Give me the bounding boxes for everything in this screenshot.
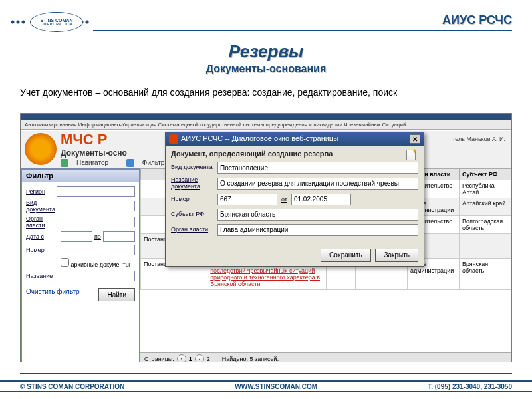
pager-next[interactable]: ›	[195, 354, 204, 363]
footer-copyright: © STINS COMAN CORPORATION	[20, 383, 124, 390]
filter-number-label: Номер	[26, 247, 57, 253]
nav-button[interactable]: Навигатор	[61, 159, 116, 166]
pager-page-2[interactable]: 2	[207, 356, 210, 362]
divider	[20, 373, 512, 374]
filter-number-input[interactable]	[57, 245, 135, 255]
new-doc-icon[interactable]	[406, 150, 416, 160]
filter-panel: Фильтр Регион Вид документа Орган власти…	[21, 168, 140, 362]
pager-page-1[interactable]: 1	[189, 356, 192, 362]
filter-region-label: Регион	[26, 188, 57, 195]
filter-icon	[126, 159, 134, 167]
app-banner: Автоматизированная Информационно-Управля…	[21, 120, 511, 130]
svg-point-0	[11, 21, 15, 24]
nav-icon	[61, 159, 68, 167]
dialog-icon	[169, 134, 178, 144]
filter-authority-label: Орган власти	[26, 215, 57, 229]
filter-name-label: Название	[26, 273, 57, 279]
page-subheading: Документы-основания	[0, 63, 532, 75]
save-button[interactable]: Сохранить	[321, 249, 371, 262]
dialog: АИУС РСЧС -- Диалоговое окно веб-страниц…	[165, 132, 424, 267]
filter-doctype-input[interactable]	[57, 201, 135, 211]
svg-point-2	[22, 21, 25, 24]
dlg-type-label: Вид документа	[171, 164, 217, 171]
dlg-auth-input[interactable]	[217, 224, 418, 236]
pager-prev[interactable]: ‹	[177, 354, 186, 363]
pager: Страницы: ‹ 1 › 2 Найдено: 5 записей.	[140, 352, 511, 362]
dlg-auth-label: Орган власти	[171, 227, 217, 233]
filter-doctype-label: Вид документа	[26, 200, 57, 213]
svg-point-5	[86, 21, 89, 24]
footer-phone: Т. (095) 231-3040, 231-3050	[428, 383, 512, 390]
dlg-num-label: Номер	[171, 196, 217, 203]
filter-authority-input[interactable]	[57, 217, 135, 227]
filter-archive-checkbox[interactable]	[61, 258, 69, 267]
dlg-name-label: Название документа	[171, 177, 217, 190]
filter-date-from-input[interactable]	[61, 231, 92, 242]
filter-date-label: Дата с	[26, 233, 61, 240]
footer: © STINS COMAN CORPORATION WWW.STINSCOMAN…	[0, 380, 532, 392]
logo: STINS COMAN CORPORATION	[10, 5, 90, 39]
close-button[interactable]: ✕	[410, 134, 420, 144]
brand-title: АИУС РСЧС	[442, 13, 512, 27]
dlg-type-input[interactable]	[217, 162, 418, 174]
page-heading: Резервы	[0, 41, 532, 62]
dlg-subj-input[interactable]	[217, 209, 418, 221]
svg-point-1	[17, 21, 20, 24]
divider	[93, 30, 512, 31]
filter-name-input[interactable]	[57, 271, 135, 281]
dlg-num-input[interactable]	[217, 194, 277, 205]
close-dialog-button[interactable]: Закрыть	[375, 249, 418, 262]
page-description: Учет документов – оснований для создания…	[20, 87, 512, 98]
col-subject: Субъект РФ	[459, 169, 511, 180]
dlg-subj-label: Субъект РФ	[171, 211, 217, 218]
logo-sub: CORPORATION	[41, 23, 72, 26]
footer-url: WWW.STINSCOMAN.COM	[235, 383, 317, 390]
filter-region-input[interactable]	[57, 186, 135, 197]
dialog-subtitle: Документ, определяющий создание резерва	[166, 146, 424, 159]
dlg-name-input[interactable]	[217, 178, 418, 190]
user-label: тель Маньков А. И.	[452, 136, 505, 142]
pager-found: Найдено: 5 записей.	[222, 356, 279, 362]
filter-title: Фильтр	[22, 170, 139, 182]
find-button[interactable]: Найти	[98, 288, 135, 301]
emblem-icon	[25, 133, 57, 165]
clear-filter-link[interactable]: Очистить фильтр	[26, 288, 80, 301]
filter-date-to-input[interactable]	[103, 231, 135, 242]
dlg-date-input[interactable]	[291, 194, 351, 205]
dialog-titlebar: АИУС РСЧС -- Диалоговое окно веб-страниц…	[166, 132, 424, 146]
